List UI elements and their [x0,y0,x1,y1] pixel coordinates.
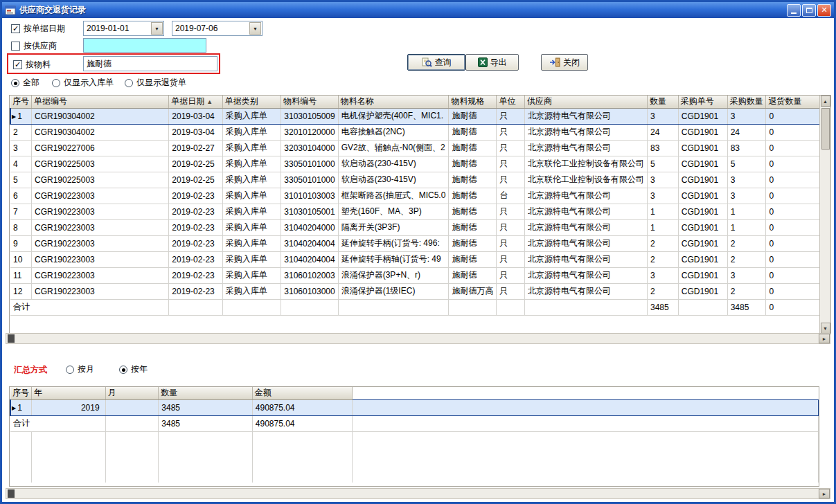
horizontal-scrollbar-thumb[interactable] [8,489,15,498]
table-cell: 北京源特电气有限公司 [524,267,647,283]
table-cell: 2 [727,251,766,267]
radio-selected-icon [119,366,127,374]
table-row[interactable]: 12CGR1902230032019-02-23采购入库单31060103000… [10,283,830,299]
table-cell: 3 [727,108,766,124]
by-month-radio[interactable]: 按月 [66,364,94,375]
table-cell: 3485 [159,415,252,431]
records-horizontal-scrollbar[interactable]: ► [6,333,830,344]
column-header[interactable]: 物料规格 [449,96,497,108]
column-header[interactable]: 采购单号 [678,96,727,108]
table-cell: 10 [10,251,32,267]
column-header[interactable]: 物料编号 [281,96,338,108]
table-cell: 2019-02-25 [169,172,222,188]
table-row[interactable]: ▶120193485490875.04 [10,399,819,415]
table-cell: 8 [10,219,32,235]
table-row[interactable]: 6CGR1902230032019-02-23采购入库单31010103003框… [10,188,830,204]
show-all-radio[interactable]: 全部 [11,78,39,88]
scroll-up-button[interactable]: ▲ [821,96,830,107]
table-row[interactable]: 2CGR1903040022019-03-04采购入库单32010120000电… [10,124,830,140]
table-cell: 软启动器(230-415V) [338,172,449,188]
column-header[interactable]: 序号 [10,387,32,399]
show-inbound-only-radio[interactable]: 仅显示入库单 [52,78,114,88]
table-cell: 北京源特电气有限公司 [524,219,647,235]
scroll-right-button[interactable]: ► [819,334,830,343]
maximize-button[interactable] [802,4,816,17]
supplier-input[interactable] [83,38,206,53]
table-cell: 采购入库单 [222,267,281,283]
by-date-checkbox[interactable]: 按单据日期 [11,24,65,34]
date-to-combo[interactable]: 2019-07-06 ▼ [172,21,263,36]
maximize-icon [806,8,812,13]
material-input[interactable]: 施耐德 [83,56,217,71]
by-supplier-checkbox[interactable]: 按供应商 [11,41,57,51]
table-cell: 北京源特电气有限公司 [524,204,647,219]
date-from-combo[interactable]: 2019-01-01 ▼ [83,21,164,36]
column-header[interactable]: 月 [105,387,159,399]
table-row[interactable]: 7CGR1902230032019-02-23采购入库单31030105001塑… [10,204,830,219]
table-cell: 施耐德 [449,267,497,283]
table-cell: 施耐德 [449,156,497,172]
records-grid: 序号单据编号单据日期▲单据类别物料编号物料名称物料规格单位供应商数量采购单号采购… [9,95,831,334]
summary-mode-label: 汇总方式 [14,364,47,376]
column-header[interactable]: 物料名称 [338,96,449,108]
table-cell: 浪涌保护器(1级IEC) [338,283,449,299]
column-header[interactable]: 数量 [159,387,252,399]
export-button[interactable]: 导出 [465,54,519,71]
table-row[interactable]: 10CGR1902230032019-02-23采购入库单31040204004… [10,251,830,267]
table-cell: 2 [10,124,32,140]
excel-icon [478,57,488,67]
column-header[interactable]: 单位 [497,96,525,108]
show-returns-only-radio[interactable]: 仅显示退货单 [125,78,186,88]
summary-horizontal-scrollbar[interactable]: ► [6,488,830,499]
radio-unselected-icon [66,366,74,374]
table-cell: 31060103000 [281,283,338,299]
table-cell: 隔离开关(3P3F) [338,219,449,235]
column-header[interactable]: 数量 [647,96,678,108]
table-cell: 33050101000 [281,172,338,188]
horizontal-scrollbar-thumb[interactable] [8,334,15,343]
empty-cell [10,431,32,483]
vertical-scrollbar-thumb[interactable] [821,108,830,150]
column-header[interactable]: 年 [32,387,106,399]
table-cell: CGD1901 [678,108,727,124]
summary-grid: 序号年月数量金额 ▶120193485490875.04合计3485490875… [9,386,819,487]
minimize-button[interactable] [787,4,801,17]
table-row[interactable]: 9CGR1902230032019-02-23采购入库单31040204004延… [10,235,830,251]
scroll-down-button[interactable]: ▼ [821,323,830,334]
column-header[interactable]: 序号 [10,96,32,108]
by-year-radio[interactable]: 按年 [119,364,148,375]
column-header[interactable]: 单据类别 [222,96,281,108]
column-header[interactable]: 单据日期▲ [169,96,222,108]
query-button[interactable]: 查询 [407,54,465,71]
table-cell: 采购入库单 [222,124,281,140]
table-cell [353,415,819,431]
chevron-down-icon[interactable]: ▼ [249,22,261,35]
scroll-right-button[interactable]: ► [819,489,830,498]
table-cell: 2 [647,251,678,267]
table-row[interactable]: 5CGR1902250032019-02-25采购入库单33050101000软… [10,172,830,188]
table-cell: CGD1901 [678,235,727,251]
table-row[interactable]: 4CGR1902250032019-02-25采购入库单33050101000软… [10,156,830,172]
empty-cell [353,431,819,483]
table-row[interactable]: ▶1CGR1903040022019-03-04采购入库单31030105009… [10,108,830,124]
table-cell: CGD1901 [678,267,727,283]
table-cell: 3485 [727,299,766,315]
close-form-button[interactable]: 关闭 [541,54,588,71]
close-button[interactable]: ✕ [817,4,831,17]
column-header[interactable]: 单据编号 [32,96,169,108]
column-header[interactable]: 金额 [252,387,353,399]
table-cell: 11 [10,267,32,283]
vertical-scrollbar[interactable]: ▲ ▼ [819,96,830,334]
column-header[interactable]: 供应商 [524,96,647,108]
chevron-down-icon[interactable]: ▼ [151,22,163,35]
table-cell: CGD1901 [678,124,727,140]
table-row[interactable]: 8CGR1902230032019-02-23采购入库单31040204000隔… [10,219,830,235]
table-cell: 只 [497,235,525,251]
column-header[interactable]: 采购数量 [727,96,766,108]
selected-row-pointer-icon: ▶ [12,405,16,411]
table-row[interactable]: 11CGR1902230032019-02-23采购入库单31060102003… [10,267,830,283]
table-cell: CGR190223003 [32,204,169,219]
table-cell: 合计 [10,299,169,315]
table-row[interactable]: 3CGR1902270062019-02-27采购入库单32030104000G… [10,140,830,156]
by-material-checkbox[interactable]: 按物料 [13,60,51,70]
